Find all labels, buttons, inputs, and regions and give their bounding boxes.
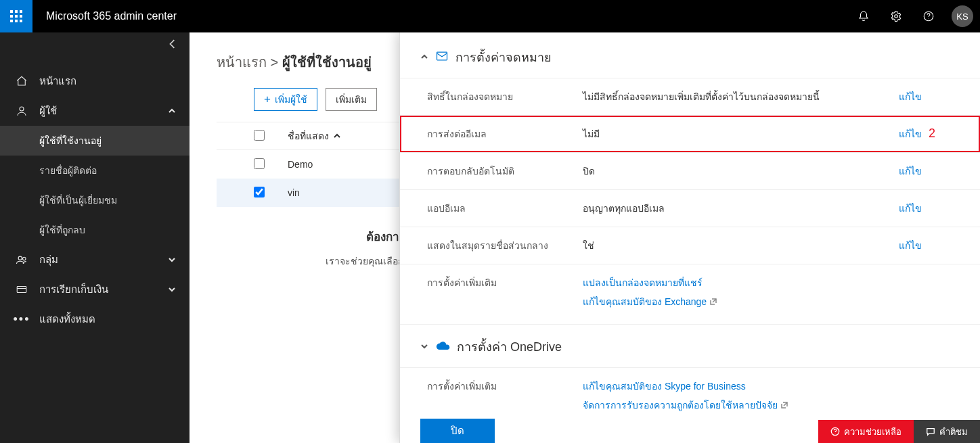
- app-launcher-button[interactable]: [0, 0, 32, 32]
- chevron-down-icon: [168, 254, 176, 266]
- col-displayname[interactable]: ชื่อที่แสดง: [288, 129, 341, 143]
- setting-more-mail: การตั้งค่าเพิ่มเติม แปลงเป็นกล่องจดหมายท…: [400, 264, 980, 325]
- details-panel: การตั้งค่าจดหมาย สิทธิ์ในกล่องจดหมาย ไม่…: [399, 32, 980, 443]
- select-all-checkbox[interactable]: [254, 130, 265, 141]
- chevron-down-icon: [168, 284, 176, 296]
- nav-deleted-users[interactable]: ผู้ใช้ที่ถูกลบ: [0, 215, 190, 245]
- nav-groups[interactable]: กลุ่ม: [0, 245, 190, 275]
- external-link-icon: [778, 400, 788, 411]
- svg-point-12: [20, 107, 24, 111]
- nav-home[interactable]: หน้าแรก: [0, 66, 190, 96]
- feedback-button[interactable]: คำติชม: [914, 420, 980, 443]
- breadcrumb-current: ผู้ใช้ที่ใช้งานอยู่: [282, 55, 372, 70]
- help-button[interactable]: ความช่วยเหลือ: [818, 420, 914, 443]
- more-button[interactable]: เพิ่มเติม: [326, 88, 377, 111]
- svg-point-14: [23, 257, 26, 260]
- svg-rect-4: [15, 15, 18, 18]
- nav-billing-label: การเรียกเก็บเงิน: [39, 281, 108, 298]
- setting-email-apps: แอปอีเมล อนุญาตทุกแอปอีเมล แก้ไข: [400, 189, 980, 227]
- breadcrumb-home[interactable]: หน้าแรก: [217, 55, 267, 70]
- groups-icon: [14, 254, 30, 266]
- nav-active-users[interactable]: ผู้ใช้ที่ใช้งานอยู่: [0, 126, 190, 156]
- setting-show-in-gal: แสดงในสมุดรายชื่อส่วนกลาง ใช่ แก้ไข: [400, 227, 980, 264]
- chevron-down-icon: [420, 342, 428, 352]
- app-title: Microsoft 365 admin center: [32, 10, 177, 22]
- edit-skype-properties-link[interactable]: แก้ไขคุณสมบัติของ Skype for Business: [583, 379, 899, 394]
- nav-contacts[interactable]: รายชื่อผู้ติดต่อ: [0, 156, 190, 185]
- svg-rect-2: [20, 10, 22, 13]
- svg-point-13: [18, 256, 22, 260]
- edit-link[interactable]: แก้ไข: [899, 240, 922, 251]
- add-user-button[interactable]: +เพิ่มผู้ใช้: [254, 88, 317, 111]
- svg-rect-7: [15, 20, 18, 22]
- convert-shared-mailbox-link[interactable]: แปลงเป็นกล่องจดหมายที่แชร์: [583, 275, 899, 290]
- edit-link[interactable]: แก้ไข: [899, 129, 922, 139]
- setting-email-forwarding: การส่งต่ออีเมล ไม่มี แก้ไข2: [400, 115, 980, 152]
- row-displayname: vin: [288, 187, 300, 198]
- row-checkbox[interactable]: [254, 158, 265, 169]
- nav-guest-users[interactable]: ผู้ใช้ที่เป็นผู้เยี่ยมชม: [0, 185, 190, 215]
- nav-billing[interactable]: การเรียกเก็บเงิน: [0, 275, 190, 304]
- onedrive-settings-header[interactable]: การตั้งค่า OneDrive: [400, 325, 980, 367]
- nav-users-label: ผู้ใช้: [39, 103, 57, 119]
- settings-icon[interactable]: [880, 0, 912, 32]
- user-icon: [14, 105, 30, 117]
- edit-link[interactable]: แก้ไข: [899, 91, 922, 102]
- home-icon: [14, 75, 30, 87]
- highlight-badge: 2: [929, 126, 935, 140]
- sidebar: หน้าแรก ผู้ใช้ ผู้ใช้ที่ใช้งานอยู่ รายชื…: [0, 32, 190, 443]
- row-displayname: Demo: [288, 159, 313, 170]
- manage-mfa-link[interactable]: จัดการการรับรองความถูกต้องโดยใช้หลายปัจจ…: [583, 398, 899, 413]
- chevron-up-icon: [420, 52, 428, 63]
- svg-rect-16: [437, 52, 447, 60]
- svg-rect-1: [15, 10, 18, 13]
- svg-rect-8: [20, 20, 22, 22]
- external-link-icon: [707, 296, 717, 307]
- setting-mailbox-permissions: สิทธิ์ในกล่องจดหมาย ไม่มีสิทธิ์กล่องจดหม…: [400, 78, 980, 115]
- svg-point-9: [895, 15, 898, 18]
- mail-icon: [435, 49, 449, 65]
- topbar: Microsoft 365 admin center KS: [0, 0, 980, 32]
- svg-point-11: [929, 18, 929, 19]
- close-button[interactable]: ปิด: [420, 419, 495, 443]
- svg-rect-0: [10, 10, 13, 13]
- svg-rect-5: [20, 15, 22, 18]
- panel-footer: ปิด ความช่วยเหลือ คำติชม: [400, 416, 980, 443]
- svg-rect-15: [17, 287, 26, 293]
- nav-show-all[interactable]: ••• แสดงทั้งหมด: [0, 304, 190, 334]
- collapse-sidebar-button[interactable]: [168, 39, 177, 51]
- help-icon[interactable]: [912, 0, 945, 32]
- edit-link[interactable]: แก้ไข: [899, 166, 922, 177]
- user-avatar[interactable]: KS: [952, 5, 973, 27]
- onedrive-settings-title: การตั้งค่า OneDrive: [457, 337, 562, 356]
- row-checkbox[interactable]: [254, 187, 265, 197]
- edit-link[interactable]: แก้ไข: [899, 203, 922, 214]
- svg-rect-3: [10, 15, 13, 18]
- edit-exchange-properties-link[interactable]: แก้ไขคุณสมบัติของ Exchange: [583, 294, 899, 309]
- nav-home-label: หน้าแรก: [39, 73, 76, 89]
- billing-icon: [14, 283, 30, 296]
- notifications-icon[interactable]: [847, 0, 880, 32]
- nav-show-all-label: แสดงทั้งหมด: [39, 311, 95, 327]
- mail-settings-header[interactable]: การตั้งค่าจดหมาย: [400, 32, 980, 78]
- nav-groups-label: กลุ่ม: [39, 252, 58, 268]
- svg-point-18: [835, 434, 836, 434]
- more-icon: •••: [14, 317, 30, 321]
- chevron-up-icon: [168, 106, 176, 117]
- mail-settings-title: การตั้งค่าจดหมาย: [455, 47, 552, 67]
- nav-users[interactable]: ผู้ใช้: [0, 96, 190, 126]
- svg-rect-6: [10, 20, 13, 22]
- mail-settings-list: สิทธิ์ในกล่องจดหมาย ไม่มีสิทธิ์กล่องจดหม…: [400, 78, 980, 325]
- onedrive-icon: [435, 340, 450, 354]
- setting-auto-reply: การตอบกลับอัตโนมัติ ปิด แก้ไข: [400, 152, 980, 189]
